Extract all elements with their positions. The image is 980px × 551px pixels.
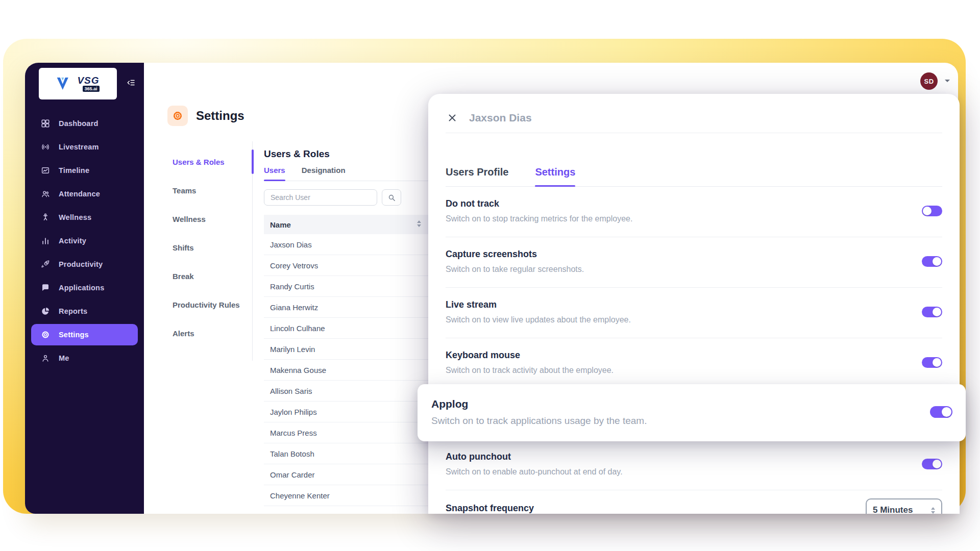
name-column-header: Name [270, 220, 291, 229]
applog-toggle[interactable] [930, 406, 952, 418]
sidebar-item-livestream[interactable]: Livestream [25, 135, 144, 159]
setting-texts: Auto punchout Switch on to enable auto-p… [446, 451, 623, 477]
setting-title: Capture screenshots [446, 248, 584, 260]
setting-texts: Do not track Switch on to stop tracking … [446, 198, 632, 223]
sidebar-item-wellness[interactable]: Wellness [25, 206, 144, 229]
setting-subtitle: Switch on to enable auto-punchout at end… [446, 467, 623, 477]
user-avatar[interactable]: SD [920, 72, 938, 90]
setting-title: Live stream [446, 299, 631, 310]
dashboard-icon [40, 118, 51, 129]
setting-title: Snapshot frequency [446, 503, 534, 514]
topbar: SD [144, 63, 958, 98]
activity-icon [40, 236, 51, 246]
sidebar-item-settings[interactable]: Settings [31, 324, 138, 345]
close-icon [447, 112, 458, 123]
setting-texts: Keyboard mouse Switch on to track activi… [446, 349, 614, 375]
applog-floating-card: Applog Switch on to track applications u… [418, 384, 966, 441]
setting-texts: Capture screenshots Switch on to take re… [446, 248, 584, 274]
timeline-icon [40, 165, 51, 176]
livestream-icon [40, 142, 51, 152]
setting-title: Applog [431, 397, 647, 411]
subnav-item-wellness[interactable]: Wellness [173, 205, 252, 233]
sort-icon[interactable] [417, 220, 421, 227]
sidebar-item-label: Me [59, 354, 69, 362]
close-drawer-button[interactable] [446, 111, 459, 124]
attendance-icon [40, 189, 51, 199]
setting-row-capture-screenshots: Capture screenshots Switch on to take re… [446, 237, 942, 288]
subnav-item-productivity-rules[interactable]: Productivity Rules [173, 290, 252, 319]
setting-row-do-not-track: Do not track Switch on to stop tracking … [446, 187, 942, 237]
setting-subtitle: Switch on to track applications usage by… [431, 415, 647, 427]
sidebar-item-label: Dashboard [59, 119, 99, 128]
setting-title: Do not track [446, 198, 632, 209]
subnav-item-alerts[interactable]: Alerts [173, 319, 252, 347]
tab-designation[interactable]: Designation [302, 166, 346, 174]
subnav-item-users-roles[interactable]: Users & Roles [173, 147, 252, 176]
sidebar-item-dashboard[interactable]: Dashboard [25, 112, 144, 135]
dropdown-caret-icon [931, 507, 935, 514]
setting-subtitle: Switch on to take regular screenshots. [446, 264, 584, 274]
snapshot-frequency-dropdown[interactable]: 5 Minutes [866, 498, 942, 514]
settings-gear-icon [40, 330, 51, 340]
page: VSG 365.ai Dashboard [0, 0, 980, 551]
sidebar-item-reports[interactable]: Reports [25, 299, 144, 323]
tab-users[interactable]: Users [264, 166, 285, 174]
setting-row-live-stream: Live stream Switch on to view live updat… [446, 288, 942, 338]
subnav-item-break[interactable]: Break [173, 262, 252, 290]
settings-subnav: Users & Roles Teams Wellness Shifts Brea… [173, 141, 253, 361]
sidebar-item-timeline[interactable]: Timeline [25, 159, 144, 182]
wellness-icon [40, 212, 51, 222]
logo-suffix-text: 365.ai [83, 86, 100, 92]
live-stream-toggle[interactable] [922, 307, 942, 317]
sidebar-item-label: Wellness [59, 213, 91, 221]
user-settings-drawer: Jaxson Dias Users Profile Settings Do no… [428, 94, 960, 514]
reports-icon [40, 306, 51, 316]
drawer-header: Jaxson Dias [446, 94, 942, 133]
search-user-input[interactable] [264, 189, 377, 206]
drawer-tabs: Users Profile Settings [446, 166, 942, 187]
logo-brand-text: VSG [77, 76, 99, 85]
tab-settings[interactable]: Settings [535, 166, 575, 178]
setting-texts: Applog Switch on to track applications u… [431, 397, 647, 427]
vsg-logo-mark [56, 77, 74, 91]
collapse-sidebar-button[interactable] [125, 76, 138, 89]
page-title: Settings [196, 109, 244, 123]
sidebar-item-label: Productivity [59, 260, 103, 268]
sidebar-item-label: Reports [59, 307, 87, 315]
subnav-item-shifts[interactable]: Shifts [173, 233, 252, 262]
setting-row-keyboard-mouse: Keyboard mouse Switch on to track activi… [446, 338, 942, 389]
avatar-caret-down-icon[interactable] [945, 80, 950, 85]
vsg-logo: VSG 365.ai [39, 68, 117, 99]
dropdown-value: 5 Minutes [873, 505, 913, 514]
setting-texts: Snapshot frequency [446, 503, 534, 514]
do-not-track-toggle[interactable] [922, 206, 942, 216]
sidebar-item-label: Applications [59, 284, 104, 292]
settings-page-gear-icon [167, 106, 188, 126]
search-button[interactable] [382, 189, 401, 206]
setting-row-snapshot-frequency: Snapshot frequency 5 Minutes [446, 490, 942, 514]
tab-users-profile[interactable]: Users Profile [446, 166, 508, 178]
setting-title: Auto punchout [446, 451, 623, 462]
keyboard-mouse-toggle[interactable] [922, 357, 942, 368]
sidebar-menu: Dashboard Livestream [25, 112, 144, 370]
productivity-icon [40, 259, 51, 269]
sidebar-item-label: Attendance [59, 190, 100, 198]
sidebar-item-activity[interactable]: Activity [25, 229, 144, 253]
sidebar-item-productivity[interactable]: Productivity [25, 253, 144, 276]
setting-texts: Live stream Switch on to view live updat… [446, 299, 631, 324]
subnav-item-teams[interactable]: Teams [173, 176, 252, 205]
sidebar-item-applications[interactable]: Applications [25, 276, 144, 299]
sidebar-item-attendance[interactable]: Attendance [25, 182, 144, 206]
collapse-sidebar-icon [127, 78, 136, 87]
search-icon [387, 193, 396, 202]
setting-subtitle: Switch on to view live updates about the… [446, 315, 631, 324]
me-icon [40, 353, 51, 363]
auto-punchout-toggle[interactable] [922, 459, 942, 469]
sidebar-item-me[interactable]: Me [25, 346, 144, 370]
vsg-logo-text: VSG 365.ai [77, 76, 99, 92]
applications-icon [40, 283, 51, 293]
sidebar-item-label: Activity [59, 237, 86, 245]
active-subnav-indicator [252, 149, 254, 174]
sidebar: VSG 365.ai Dashboard [25, 63, 144, 514]
capture-screenshots-toggle[interactable] [922, 256, 942, 267]
